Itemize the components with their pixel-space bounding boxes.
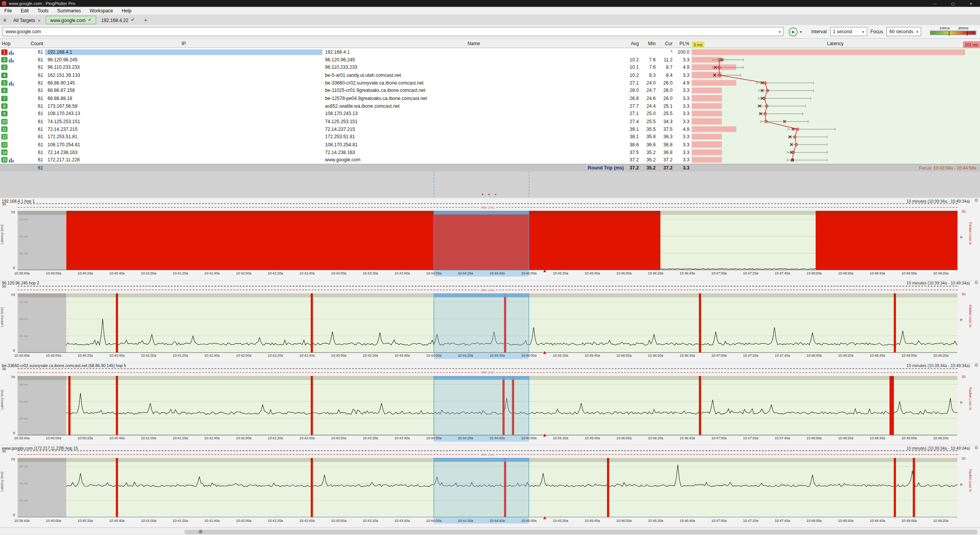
table-row[interactable]: 961108.170.243.13108.170.243.1327.125.02…: [0, 110, 980, 118]
jitter-axis-label: Jitter (ms): [479, 205, 496, 209]
hop-cell: 10: [0, 118, 19, 125]
timeline-plot[interactable]: 60 ms40 ms20 ms: [17, 458, 957, 518]
cell-ip[interactable]: 108.170.243.13: [45, 111, 323, 117]
timeline-title: 192.168.4.1 hop 1: [2, 199, 35, 203]
col-min[interactable]: Min: [640, 41, 657, 46]
col-count[interactable]: Count: [19, 41, 45, 46]
tab-all-targets[interactable]: All Targets ✕: [10, 16, 45, 25]
splitter-handle[interactable]: ● ● ●: [0, 192, 980, 196]
table-row[interactable]: 1261172.253.51.81172.253.51.8138.135.836…: [0, 133, 980, 141]
focus-marker-triangle[interactable]: ▲: [542, 515, 547, 520]
table-row[interactable]: 26196.120.96.24596.120.96.24510.27.611.2…: [0, 56, 980, 64]
timeline-graph: www.google.com (172.217.11.228) hop 1510…: [0, 445, 980, 528]
timeline-duration[interactable]: 10 minutes (10:39:34a - 10:49:34a): [907, 364, 970, 368]
timeline-duration[interactable]: 10 minutes (10:39:34a - 10:49:34a): [907, 199, 970, 203]
col-ip[interactable]: IP: [45, 41, 323, 46]
tab-www.google.com[interactable]: www.google.com✔: [46, 16, 96, 25]
cell-ip[interactable]: 173.167.56.58: [45, 103, 323, 109]
maximize-button[interactable]: ▢: [944, 0, 962, 7]
table-row[interactable]: 76168.86.88.18be-12578-pe04.9greatoaks.c…: [0, 95, 980, 102]
timeline-plot[interactable]: 60 ms40 ms20 ms: [17, 211, 957, 270]
menu-file[interactable]: File: [0, 7, 16, 15]
packet-loss-spike: [116, 376, 118, 435]
latency-scale-max: 70: [6, 293, 15, 296]
latency-scale-min: 0: [6, 266, 15, 270]
table-row[interactable]: 461162.151.39.133be-5-ar01.sandy.ut.utah…: [0, 71, 980, 79]
hamburger-menu-icon[interactable]: ≡: [0, 17, 10, 23]
menu-workspace[interactable]: Workspace: [85, 7, 117, 15]
table-row[interactable]: 146172.14.238.16372.14.238.16337.535.236…: [0, 148, 980, 156]
scrollbar-thumb[interactable]: [184, 530, 977, 534]
col-avg[interactable]: Avg: [625, 41, 640, 46]
target-input[interactable]: www.google.com ▾: [2, 27, 784, 36]
scroll-right-arrow[interactable]: ▶: [960, 400, 963, 404]
table-row[interactable]: 36196.110.233.23396.110.233.23310.17.68.…: [0, 64, 980, 71]
close-icon[interactable]: ✕: [37, 18, 40, 22]
time-tick-label: 10:40:20a: [74, 518, 96, 522]
col-cur[interactable]: Cur: [657, 41, 674, 46]
focus-marker-triangle[interactable]: ▲: [542, 268, 547, 273]
timeline-graphs: 192.168.4.1 hop 110 minutes (10:39:34a -…: [0, 198, 980, 527]
table-row[interactable]: 116172.14.237.21572.14.237.21539.135.537…: [0, 125, 980, 133]
menu-summaries[interactable]: Summaries: [53, 7, 85, 15]
table-row[interactable]: 56168.86.90.145be-33660-cr02.sunnyvale.c…: [0, 79, 980, 87]
focus-select[interactable]: 60 seconds ▾: [886, 27, 921, 36]
col-pl[interactable]: PL%: [674, 41, 691, 46]
minimize-button[interactable]: —: [926, 0, 944, 7]
menu-tools[interactable]: Tools: [33, 7, 53, 15]
time-tick-label: 10:47:20a: [739, 518, 762, 522]
cell-ip[interactable]: 162.151.39.133: [45, 72, 323, 78]
chevron-down-icon[interactable]: ▾: [776, 29, 781, 34]
interval-select[interactable]: 1 second ▾: [830, 27, 867, 36]
table-row[interactable]: 66168.86.87.158be-11025-cr01.9greatoaks.…: [0, 87, 980, 95]
tab-192.168.4.22[interactable]: 192.168.4.22✔: [97, 16, 138, 25]
table-row[interactable]: 1361108.170.254.81108.170.254.8138.636.6…: [0, 141, 980, 149]
scroll-right-arrow[interactable]: ▶: [960, 482, 963, 486]
hop-badge: 7: [1, 95, 7, 101]
scroll-right-arrow[interactable]: ▶: [960, 235, 963, 239]
timeline-plot[interactable]: 60 ms40 ms20 ms: [17, 293, 957, 353]
cell-ip[interactable]: 68.86.87.158: [45, 88, 323, 93]
timeline-settings-icon[interactable]: ⚙: [974, 445, 978, 450]
timeline-settings-icon[interactable]: ⚙: [974, 198, 978, 203]
timeline-duration[interactable]: 10 minutes (10:39:34a - 10:49:34a): [907, 446, 970, 450]
time-tick-label: 10:46:20a: [644, 518, 667, 522]
menu-help[interactable]: Help: [117, 7, 136, 15]
cell-ip[interactable]: 172.253.51.81: [45, 134, 323, 140]
cell-ip[interactable]: 68.86.90.145: [45, 80, 323, 86]
scrollbar-grip[interactable]: [199, 530, 202, 534]
table-row[interactable]: 106174.125.253.15174.125.253.15127.425.5…: [0, 118, 980, 125]
cell-count: 61: [19, 103, 45, 109]
table-row[interactable]: 1561172.217.11.228www.google.com37.235.2…: [0, 156, 980, 164]
col-name[interactable]: Name: [322, 41, 625, 46]
timeline-settings-icon[interactable]: ⚙: [974, 280, 978, 285]
focus-marker-triangle[interactable]: ▲: [542, 350, 547, 356]
timeline-duration[interactable]: 10 minutes (10:39:34a - 10:49:34a): [907, 281, 970, 285]
table-row[interactable]: 161192.168.4.1192.168.4.1*100.0: [0, 48, 980, 56]
cell-ip[interactable]: 192.168.4.1: [45, 49, 323, 55]
table-row[interactable]: 861173.167.56.58as852.seattle.wa.ibone.c…: [0, 102, 980, 110]
time-tick-label: 10:44:40a: [486, 436, 508, 440]
horizontal-scrollbar[interactable]: [0, 527, 980, 535]
start-trace-button[interactable]: ▶: [789, 27, 798, 36]
menu-edit[interactable]: Edit: [16, 7, 33, 15]
trace-options-caret-icon[interactable]: ▾: [800, 29, 802, 34]
close-button[interactable]: ✕: [962, 0, 980, 7]
cell-ip[interactable]: 108.170.254.81: [45, 142, 323, 147]
scroll-right-arrow[interactable]: ▶: [960, 317, 963, 321]
cell-ip[interactable]: 96.110.233.233: [45, 64, 323, 70]
cell-ip[interactable]: 72.14.238.163: [45, 149, 323, 155]
cell-ip[interactable]: 172.217.11.228: [45, 157, 323, 163]
timeline-plot[interactable]: 60 ms40 ms20 ms: [17, 376, 957, 435]
col-latency[interactable]: 0 ms Latency 101 ms: [691, 41, 980, 46]
cell-ip[interactable]: 68.86.88.18: [45, 95, 323, 101]
focus-marker-triangle[interactable]: ▲: [542, 433, 547, 438]
cell-ip[interactable]: 72.14.237.215: [45, 126, 323, 132]
jitter-strip: Jitter (ms): [17, 286, 957, 293]
cell-ip[interactable]: 74.125.253.151: [45, 119, 323, 124]
timeline-settings-icon[interactable]: ⚙: [974, 363, 978, 368]
focus-axis-highlight: [434, 435, 529, 441]
new-target-button[interactable]: +: [140, 17, 152, 23]
col-hop[interactable]: Hop: [0, 41, 19, 46]
cell-ip[interactable]: 96.120.96.245: [45, 57, 323, 63]
